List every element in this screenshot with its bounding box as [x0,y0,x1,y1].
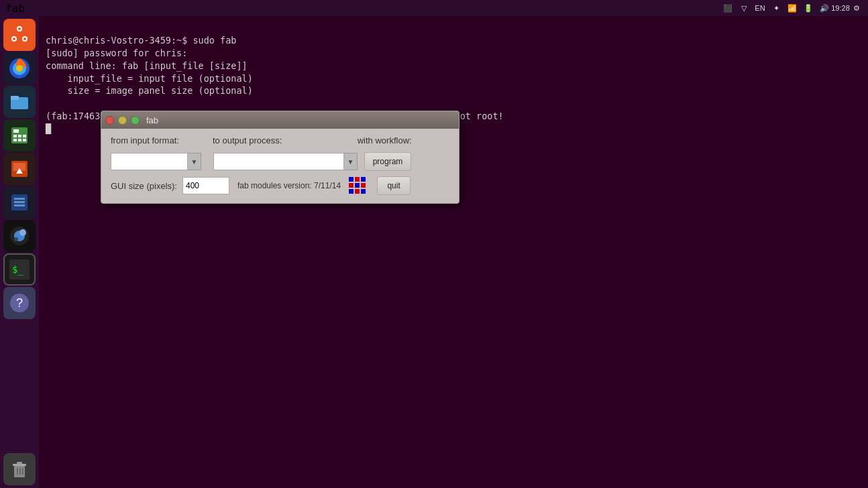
svg-point-9 [16,65,23,72]
dot-1 [349,177,354,182]
from-dropdown-wrap: ▼ [111,153,201,170]
svg-point-30 [14,237,18,241]
dock-calc[interactable] [3,119,36,151]
from-label: from input format: [111,135,213,145]
svg-rect-13 [13,129,19,133]
to-dropdown-arrow[interactable]: ▼ [344,153,358,170]
dialog-title: fab [146,115,158,125]
dialog-close-button[interactable] [105,116,114,125]
svg-rect-39 [19,468,21,475]
program-button[interactable]: program [364,152,411,171]
tray-network-icon[interactable]: 📶 [786,2,798,14]
from-dropdown-arrow[interactable]: ▼ [188,153,201,170]
svg-rect-16 [23,135,26,137]
gui-size-input[interactable] [182,177,229,194]
svg-rect-15 [18,135,21,137]
quit-button[interactable]: quit [377,176,411,195]
dock-impress[interactable] [3,153,36,185]
svg-rect-40 [22,468,23,475]
to-label: to output process: [213,135,358,145]
tray-volume-icon[interactable]: 🔊 [818,2,830,14]
dot-8 [355,189,360,194]
svg-rect-17 [13,139,17,141]
dock-blender[interactable] [3,220,36,252]
to-input[interactable] [213,153,344,170]
topbar-right: ⬛ ▽ EN ✦ 📶 🔋 🔊 19:28 ⚙ [722,2,863,14]
svg-rect-37 [17,462,22,465]
svg-text:?: ? [16,296,23,310]
svg-rect-18 [18,139,21,141]
dock: $_ ? [0,16,39,488]
dot-3 [361,177,366,182]
dialog-minimize-button[interactable] [118,116,127,125]
dot-9 [361,189,366,194]
svg-point-5 [23,38,26,40]
terminal-area: chris@chris-Vostro-3459:~$ sudo fab [sud… [39,16,868,488]
dialog-body: from input format: to output process: wi… [101,129,459,203]
tray-power-icon[interactable]: ⚙ [851,2,863,14]
dialog-window: fab from input format: to output process… [101,111,459,204]
dialog-maximize-button[interactable] [131,116,140,125]
from-input[interactable] [111,153,188,170]
dock-help[interactable]: ? [3,287,36,319]
tray-bluetooth-icon[interactable]: ✦ [770,2,782,14]
topbar: fab ⬛ ▽ EN ✦ 📶 🔋 🔊 19:28 ⚙ [0,0,868,16]
svg-point-6 [13,38,15,40]
dot-6 [361,183,366,188]
dot-2 [355,177,360,182]
dock-firefox[interactable] [3,52,36,84]
svg-rect-14 [13,135,17,137]
topbar-app-name: fab [5,2,25,15]
dock-ubuntu[interactable] [3,19,36,51]
svg-rect-24 [14,198,25,200]
dialog-header-row: from input format: to output process: wi… [111,135,449,145]
dock-base[interactable] [3,186,36,219]
version-text: fab modules version: 7/11/14 [237,181,341,190]
dialog-titlebar: fab [101,111,459,129]
svg-rect-26 [14,204,25,206]
dock-trash[interactable] [3,453,36,485]
clock: 19:28 [834,2,847,14]
dialog-bottom-row: GUI size (pixels): fab modules version: … [111,176,449,195]
gui-size-label: GUI size (pixels): [111,181,177,191]
to-dropdown-wrap: ▼ [213,153,358,170]
dot-4 [349,183,354,188]
tray-lang-icon[interactable]: EN [754,2,766,14]
svg-rect-25 [14,201,25,203]
tray-settings-icon[interactable]: ⬛ [722,2,734,14]
svg-rect-19 [23,139,26,141]
svg-point-4 [18,27,21,30]
svg-rect-38 [17,468,18,475]
svg-point-29 [19,229,26,236]
dot-7 [349,189,354,194]
dot-5 [355,183,360,188]
dock-terminal[interactable]: $_ [3,253,36,286]
fab-dots-icon [349,177,366,194]
svg-text:$_: $_ [12,264,23,276]
tray-dropdown-icon[interactable]: ▽ [738,2,750,14]
with-label: with workflow: [358,135,449,145]
tray-battery-icon[interactable]: 🔋 [802,2,814,14]
dock-files[interactable] [3,86,36,118]
svg-rect-11 [11,96,19,100]
dialog-controls-row: ▼ ▼ program [111,152,449,171]
